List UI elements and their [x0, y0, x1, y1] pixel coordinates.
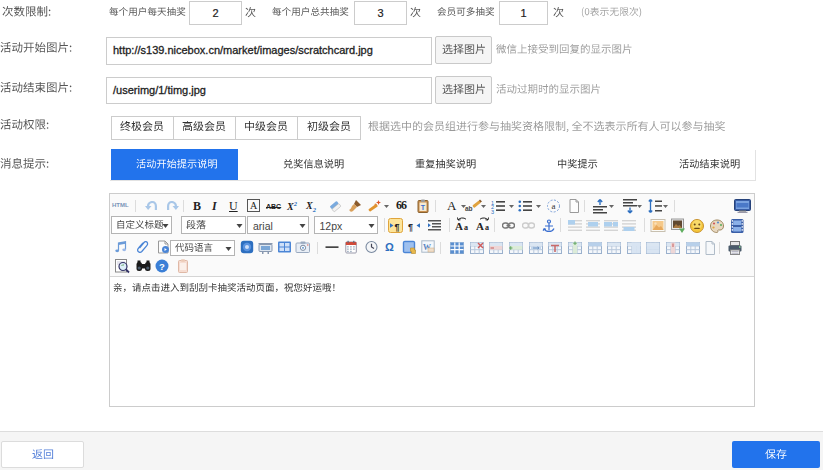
- svg-text:a: a: [464, 223, 468, 232]
- svg-text:a: a: [552, 201, 556, 211]
- svg-text:?: ?: [159, 261, 165, 272]
- svg-text:T: T: [421, 204, 426, 211]
- svg-text:3: 3: [491, 209, 494, 215]
- svg-text:A: A: [476, 220, 484, 232]
- svg-text:¶: ¶: [395, 221, 400, 231]
- svg-text:A: A: [455, 220, 463, 232]
- svg-text:a: a: [485, 223, 489, 232]
- svg-text:¶: ¶: [408, 221, 413, 231]
